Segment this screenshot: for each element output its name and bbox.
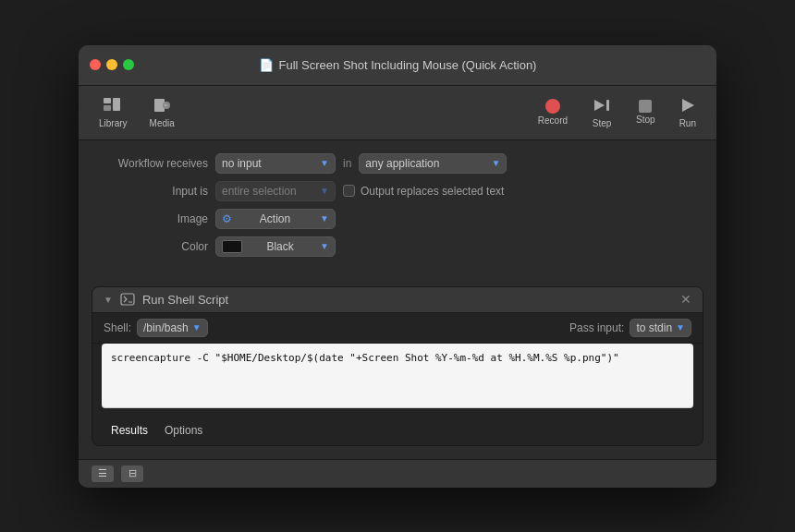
close-button[interactable] bbox=[90, 59, 101, 70]
main-window: 📄 Full Screen Shot Including Mouse (Quic… bbox=[79, 45, 716, 488]
script-editor[interactable]: screencapture -C "$HOME/Desktop/$(date "… bbox=[102, 344, 693, 408]
svg-rect-2 bbox=[113, 98, 120, 111]
list-view-button[interactable]: ☰ bbox=[92, 466, 114, 482]
receives-select-arrow: ▼ bbox=[320, 158, 329, 168]
toolbar: Library Media Record bbox=[79, 86, 716, 140]
output-replaces-row: Output replaces selected text bbox=[343, 185, 504, 198]
receives-select[interactable]: no input ▼ bbox=[215, 153, 336, 174]
output-replaces-checkbox[interactable] bbox=[343, 185, 355, 197]
script-header-left: ▼ Run Shell Script bbox=[104, 293, 228, 307]
script-header: ▼ Run Shell Script ✕ bbox=[92, 287, 703, 313]
script-close-button[interactable]: ✕ bbox=[680, 293, 691, 306]
color-swatch bbox=[222, 240, 242, 253]
tab-results[interactable]: Results bbox=[104, 421, 155, 440]
traffic-lights bbox=[90, 59, 134, 70]
svg-marker-5 bbox=[594, 100, 605, 111]
step-button[interactable]: Step bbox=[582, 93, 621, 132]
workflow-area: Workflow receives no input ▼ in any appl… bbox=[79, 140, 716, 277]
app-select[interactable]: any application ▼ bbox=[359, 153, 507, 174]
script-block: ▼ Run Shell Script ✕ Shell: /bin/bash ▼ … bbox=[92, 286, 703, 446]
input-is-arrow: ▼ bbox=[320, 186, 329, 196]
run-icon bbox=[679, 97, 696, 116]
svg-marker-7 bbox=[682, 99, 694, 112]
stop-icon bbox=[639, 100, 652, 113]
document-icon: 📄 bbox=[259, 58, 274, 72]
script-tabs: Results Options bbox=[92, 416, 703, 445]
shell-right: Pass input: to stdin ▼ bbox=[569, 319, 691, 337]
step-icon bbox=[592, 97, 612, 116]
shell-row: Shell: /bin/bash ▼ Pass input: to stdin … bbox=[92, 313, 703, 344]
shell-left: Shell: /bin/bash ▼ bbox=[104, 319, 208, 337]
svg-rect-8 bbox=[121, 294, 134, 305]
color-select[interactable]: Black ▼ bbox=[215, 236, 336, 257]
library-icon bbox=[103, 97, 123, 116]
terminal-icon bbox=[120, 293, 135, 306]
app-select-arrow: ▼ bbox=[491, 158, 500, 168]
svg-rect-6 bbox=[606, 100, 609, 111]
svg-rect-1 bbox=[104, 105, 111, 111]
toolbar-right: Record Step Stop bbox=[529, 93, 705, 132]
image-select-arrow: ▼ bbox=[320, 213, 329, 224]
input-is-row: Input is entire selection ▼ Output repla… bbox=[97, 181, 698, 201]
record-icon bbox=[545, 99, 560, 114]
image-select[interactable]: ⚙ Action ▼ bbox=[215, 209, 336, 229]
pass-input-arrow: ▼ bbox=[676, 322, 685, 332]
input-is-select[interactable]: entire selection ▼ bbox=[215, 181, 336, 201]
color-select-arrow: ▼ bbox=[320, 241, 329, 251]
media-button[interactable]: Media bbox=[141, 93, 184, 132]
action-icon: ⚙ bbox=[222, 212, 232, 225]
shell-select[interactable]: /bin/bash ▼ bbox=[137, 319, 208, 337]
library-button[interactable]: Library bbox=[90, 93, 137, 132]
pass-input-select[interactable]: to stdin ▼ bbox=[630, 319, 691, 337]
record-button[interactable]: Record bbox=[529, 95, 577, 129]
collapse-icon[interactable]: ▼ bbox=[104, 295, 113, 305]
svg-rect-0 bbox=[104, 98, 111, 103]
bottom-bar: ☰ ⊟ bbox=[79, 459, 716, 488]
maximize-button[interactable] bbox=[123, 59, 134, 70]
color-row: Color Black ▼ bbox=[97, 236, 698, 257]
stop-button[interactable]: Stop bbox=[627, 96, 665, 128]
shell-select-arrow: ▼ bbox=[192, 322, 202, 332]
run-button[interactable]: Run bbox=[670, 93, 705, 132]
toolbar-left: Library Media bbox=[90, 93, 184, 132]
workflow-receives-row: Workflow receives no input ▼ in any appl… bbox=[97, 153, 698, 174]
titlebar: 📄 Full Screen Shot Including Mouse (Quic… bbox=[79, 45, 716, 86]
window-title: 📄 Full Screen Shot Including Mouse (Quic… bbox=[259, 58, 537, 72]
media-icon bbox=[153, 97, 171, 116]
split-view-button[interactable]: ⊟ bbox=[121, 466, 143, 482]
tab-options[interactable]: Options bbox=[157, 421, 210, 440]
minimize-button[interactable] bbox=[106, 59, 117, 70]
image-row: Image ⚙ Action ▼ bbox=[97, 209, 698, 229]
